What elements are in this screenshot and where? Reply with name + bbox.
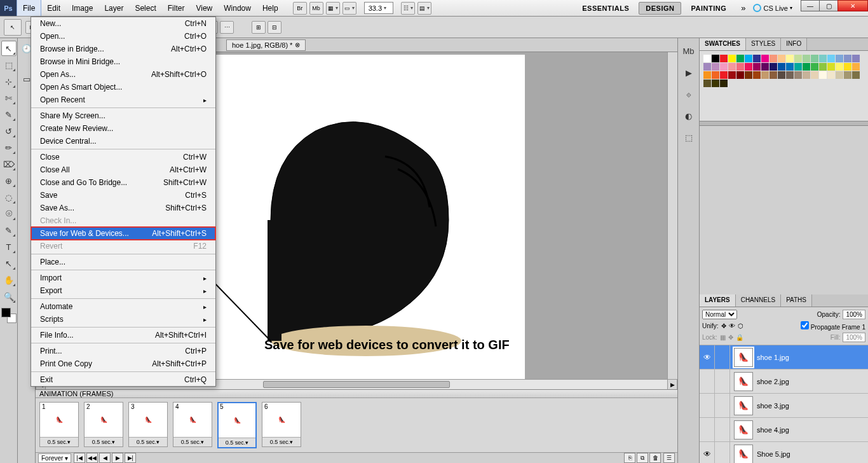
menuitem-scripts[interactable]: Scripts — [31, 313, 215, 326]
menuitem-device-central[interactable]: Device Central... — [31, 135, 215, 148]
menuitem-save-for-web-devices[interactable]: Save for Web & Devices...Alt+Shift+Ctrl+… — [31, 227, 215, 240]
swatch[interactable] — [728, 63, 736, 71]
auto-align-button[interactable]: ⊞ — [252, 21, 266, 34]
dist-6[interactable]: ⋯ — [220, 21, 234, 34]
swatch[interactable] — [745, 63, 752, 71]
link-cell[interactable] — [715, 394, 730, 417]
screen-mode-button[interactable]: ▭ — [342, 2, 356, 15]
loop-selector[interactable]: Forever ▾ — [38, 453, 71, 463]
scrollbar-vertical[interactable] — [667, 52, 677, 379]
opacity-value[interactable]: 100% — [843, 310, 865, 319]
swatch[interactable] — [770, 63, 777, 71]
menuitem-new[interactable]: New...Ctrl+N — [31, 17, 215, 30]
visibility-icon[interactable] — [700, 394, 715, 417]
tab-layers[interactable]: LAYERS — [700, 294, 736, 307]
swatch[interactable] — [844, 55, 851, 62]
tool-8[interactable]: ⊕ — [1, 173, 17, 188]
panel-icon[interactable]: ⟐ — [681, 86, 696, 102]
tool-5[interactable]: ↺ — [1, 123, 17, 139]
minimize-button[interactable]: — — [801, 0, 820, 11]
panel-icon[interactable]: Mb — [681, 43, 696, 59]
swatch[interactable] — [753, 63, 761, 71]
playback-button[interactable]: ◀◀ — [86, 453, 98, 463]
link-cell[interactable] — [715, 418, 730, 441]
playback-button[interactable]: |◀ — [74, 453, 85, 463]
swatch[interactable] — [703, 79, 711, 87]
swatch[interactable] — [720, 63, 728, 71]
visibility-icon[interactable]: 👁 — [700, 345, 715, 369]
menuitem-export[interactable]: Export — [31, 284, 215, 297]
menuitem-browse-in-bridge[interactable]: Browse in Bridge...Alt+Ctrl+O — [31, 43, 215, 55]
swatch[interactable] — [712, 63, 719, 71]
propagate-checkbox[interactable]: Propagate Frame 1 — [801, 321, 865, 331]
tool-3[interactable]: ✄ — [1, 90, 17, 106]
panel-icon[interactable]: ◐ — [681, 108, 696, 123]
swatch[interactable] — [745, 71, 752, 79]
swatch[interactable] — [827, 55, 835, 62]
unify-position-icon[interactable]: ✥ — [721, 322, 726, 329]
menuitem-file-info[interactable]: File Info...Alt+Shift+Ctrl+I — [31, 329, 215, 342]
swatch[interactable] — [728, 55, 736, 62]
swatch[interactable] — [803, 71, 810, 79]
swatch[interactable] — [703, 55, 711, 62]
tool-2[interactable]: ⊹ — [1, 74, 17, 89]
layer-row[interactable]: 👁 👠 Shoe 5.jpg — [700, 442, 868, 463]
menuitem-share-my-screen[interactable]: Share My Screen... — [31, 109, 215, 122]
unify-style-icon[interactable]: ⬡ — [738, 322, 743, 329]
tool-11[interactable]: ✎ — [1, 223, 17, 238]
tool-10[interactable]: ⦾ — [1, 206, 17, 221]
swatches-grid[interactable] — [700, 51, 868, 91]
tool-15[interactable]: 🔍 — [1, 289, 17, 304]
layer-row[interactable]: 👁 👠 shoe 1.jpg — [700, 345, 868, 370]
swatch[interactable] — [819, 55, 827, 62]
tab-swatches[interactable]: SWATCHES — [700, 38, 746, 50]
link-cell[interactable] — [715, 370, 730, 393]
workspace-design[interactable]: DESIGN — [639, 2, 681, 15]
swatch[interactable] — [844, 63, 851, 71]
tool-12[interactable]: T — [1, 239, 17, 254]
link-cell[interactable] — [715, 442, 730, 463]
menuitem-exit[interactable]: ExitCtrl+Q — [31, 373, 215, 386]
menu-filter[interactable]: Filter — [162, 0, 191, 16]
swatch[interactable] — [803, 63, 810, 71]
swatch[interactable] — [794, 71, 802, 79]
frame-delay[interactable]: 0.5 sec.▾ — [85, 437, 123, 446]
menu-image[interactable]: Image — [66, 0, 98, 16]
swatch[interactable] — [819, 71, 827, 79]
swatch[interactable] — [712, 71, 719, 79]
frame-delay[interactable]: 0.5 sec.▾ — [219, 438, 255, 447]
tool-0[interactable]: ↖ — [1, 41, 17, 56]
swatch[interactable] — [819, 63, 827, 71]
layer-row[interactable]: 👠 shoe 4.jpg — [700, 418, 868, 442]
tab-paths[interactable]: PATHS — [781, 294, 812, 307]
visibility-icon[interactable] — [700, 370, 715, 393]
menuitem-save-as[interactable]: Save As...Shift+Ctrl+S — [31, 202, 215, 214]
swatch[interactable] — [720, 71, 728, 79]
color-swatch-pair[interactable] — [1, 308, 17, 323]
visibility-icon[interactable] — [700, 418, 715, 441]
menu-edit[interactable]: Edit — [41, 0, 66, 16]
frame-delay[interactable]: 0.5 sec.▾ — [40, 437, 78, 446]
playback-button[interactable]: ▶| — [125, 453, 136, 463]
menu-file[interactable]: File — [17, 0, 41, 16]
link-cell[interactable] — [715, 345, 730, 369]
doc-arrange-button[interactable]: ▤ — [417, 2, 431, 15]
cs-live[interactable]: CS Live ▾ — [749, 0, 796, 16]
swatch[interactable] — [803, 55, 810, 62]
swatch[interactable] — [852, 71, 860, 79]
tab-info[interactable]: INFO — [781, 38, 807, 50]
swatch[interactable] — [794, 55, 802, 62]
swatch[interactable] — [753, 55, 761, 62]
swatch[interactable] — [703, 71, 711, 79]
zoom-level[interactable]: 33.3 — [364, 2, 393, 14]
tool-13[interactable]: ↖ — [1, 256, 17, 271]
menu-window[interactable]: Window — [218, 0, 257, 16]
tool-9[interactable]: ◌ — [1, 190, 17, 205]
menuitem-print[interactable]: Print...Ctrl+P — [31, 345, 215, 357]
swatch[interactable] — [794, 63, 802, 71]
convert-timeline-button[interactable]: ☰ — [663, 453, 675, 463]
frame-action-button[interactable]: 🗑 — [649, 453, 661, 463]
document-tab[interactable]: hoe 1.jpg, RGB/8) * ⊗ — [226, 39, 306, 51]
swatch[interactable] — [745, 55, 752, 62]
swatch[interactable] — [770, 55, 777, 62]
